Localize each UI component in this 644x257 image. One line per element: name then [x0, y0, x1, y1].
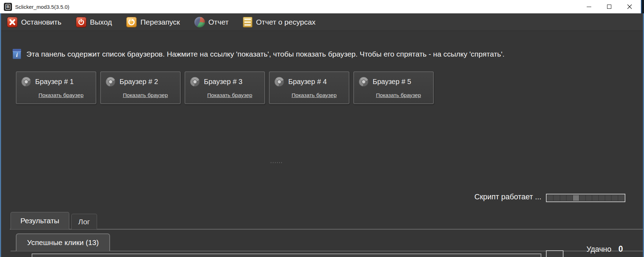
titlebar-right-edge — [641, 0, 644, 13]
restart-icon — [126, 17, 137, 27]
tab-results[interactable]: Результаты — [11, 212, 69, 229]
progress-segment — [567, 195, 572, 201]
stop-button-label: Остановить — [21, 18, 62, 26]
show-browser-link-1[interactable]: Показать браузер — [28, 92, 94, 98]
progress-segment — [592, 195, 598, 201]
browser-card-title: Браузер # 3 — [204, 78, 243, 86]
browser-card-3: Браузер # 3 Показать браузер — [185, 71, 265, 104]
progress-segment — [586, 195, 592, 201]
progress-segment — [580, 195, 585, 201]
progress-bar — [546, 194, 625, 202]
info-banner: i Эта панель содержит список браузеров. … — [13, 49, 504, 59]
browser-card-title: Браузер # 2 — [120, 78, 158, 86]
browser-cards-row: Браузер # 1 Показать браузер Браузер # 2… — [16, 71, 434, 104]
counter-box — [546, 250, 564, 257]
show-browser-link-4[interactable]: Показать браузер — [282, 92, 347, 98]
document-lines-icon — [243, 17, 252, 27]
close-icon — [627, 4, 632, 9]
close-button[interactable] — [619, 0, 640, 13]
progress-segment — [560, 195, 566, 201]
success-counter: Удачно 0 — [586, 244, 623, 254]
browser-card-title: Браузер # 5 — [373, 78, 411, 86]
stop-button[interactable]: Остановить — [4, 15, 67, 30]
resource-report-button-label: Отчет о ресурсах — [256, 18, 315, 26]
exit-button-label: Выход — [90, 18, 112, 26]
show-browser-link-2[interactable]: Показать браузер — [113, 92, 178, 98]
titlebar: B Sclicker_mod3.5(3.5.0) — [0, 0, 644, 13]
chrome-icon — [106, 77, 115, 86]
browser-card-5: Браузер # 5 Показать браузер — [353, 71, 434, 104]
tabpanel-top-border — [10, 229, 643, 230]
restart-button-label: Перезапуск — [140, 18, 180, 26]
power-icon — [76, 17, 86, 27]
b-logo-icon: B — [4, 3, 12, 11]
show-browser-link-5[interactable]: Показать браузер — [366, 92, 431, 98]
browser-card-head: Браузер # 3 — [190, 77, 243, 86]
window-controls — [579, 0, 640, 13]
info-icon: i — [13, 49, 21, 59]
toolbar: Остановить Выход Перезапуск Отчет — [0, 13, 644, 31]
chrome-icon — [275, 77, 284, 86]
progress-segment — [605, 195, 611, 201]
main-tabbar: Результаты Лог — [11, 212, 97, 229]
restart-button[interactable]: Перезапуск — [123, 15, 185, 30]
browser-card-title: Браузер # 1 — [35, 78, 74, 86]
progress-segment — [618, 195, 624, 201]
success-count: 0 — [618, 244, 623, 254]
report-button[interactable]: Отчет — [191, 15, 234, 30]
stop-x-icon — [7, 17, 18, 27]
exit-button[interactable]: Выход — [72, 15, 118, 30]
progress-segment — [612, 195, 617, 201]
window-frame-left — [0, 13, 1, 257]
window-title: Sclicker_mod3.5(3.5.0) — [15, 4, 69, 10]
maximize-button[interactable] — [599, 0, 619, 13]
success-label: Удачно — [586, 245, 611, 254]
chrome-icon — [21, 77, 31, 86]
browser-card-4: Браузер # 4 Показать браузер — [269, 71, 349, 104]
browser-card-head: Браузер # 5 — [359, 77, 411, 86]
progress-segment — [599, 195, 605, 201]
results-table[interactable] — [32, 253, 541, 257]
splitter-grip-icon[interactable] — [271, 162, 283, 163]
minimize-icon — [587, 7, 591, 7]
browser-card-head: Браузер # 1 — [21, 77, 74, 86]
tab-successful-clicks[interactable]: Успешные клики (13) — [16, 233, 110, 251]
minimize-button[interactable] — [579, 0, 599, 13]
script-status-text: Скрипт работает ... — [474, 193, 541, 201]
browser-card-head: Браузер # 4 — [275, 77, 327, 86]
report-button-label: Отчет — [208, 18, 229, 26]
browser-card-2: Браузер # 2 Показать браузер — [100, 71, 181, 104]
progress-segment — [554, 195, 559, 201]
resource-report-button[interactable]: Отчет о ресурсах — [239, 15, 321, 30]
maximize-icon — [607, 5, 611, 9]
progress-segment — [547, 195, 553, 201]
chrome-icon — [359, 77, 368, 86]
chrome-icon — [190, 77, 200, 86]
browser-card-head: Браузер # 2 — [106, 77, 158, 86]
browser-card-1: Браузер # 1 Показать браузер — [16, 71, 96, 104]
app-window: B Sclicker_mod3.5(3.5.0) Остановить — [0, 0, 644, 257]
progress-segment — [573, 195, 579, 201]
tab-log[interactable]: Лог — [71, 214, 97, 229]
pie-chart-icon — [194, 17, 205, 27]
browser-card-title: Браузер # 4 — [288, 78, 327, 86]
info-banner-text: Эта панель содержит список браузеров. На… — [26, 50, 504, 58]
show-browser-link-3[interactable]: Показать браузер — [197, 92, 262, 98]
